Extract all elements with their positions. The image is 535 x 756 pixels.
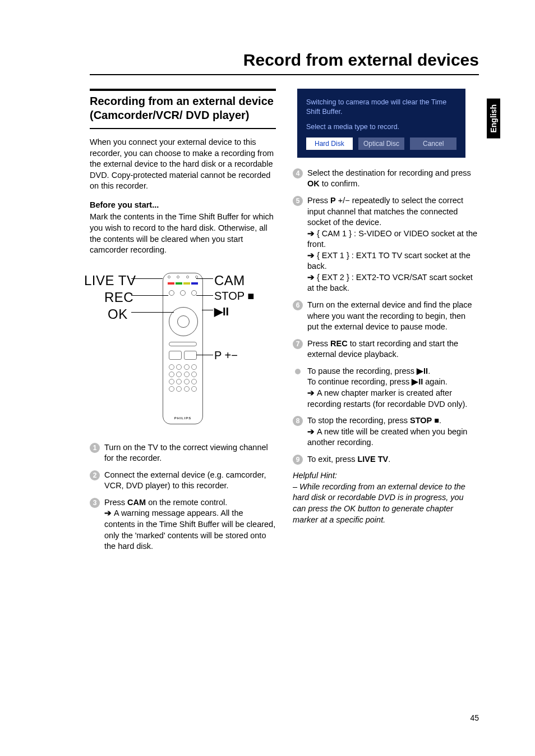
step-7: 7 Press REC to start recording and start… bbox=[293, 338, 479, 360]
arrow-icon: ➔ bbox=[307, 427, 315, 438]
step-1-text: Turn on the TV to the correct viewing ch… bbox=[104, 442, 276, 464]
label-stop: STOP ■ bbox=[214, 288, 254, 304]
step-6-text: Turn on the external device and find the… bbox=[307, 300, 479, 333]
left-column: Recording from an external device (Camco… bbox=[90, 89, 276, 558]
step-3-arrow-text: A warning message appears. All the conte… bbox=[104, 508, 275, 551]
barrow: A new chapter marker is created after re… bbox=[307, 388, 467, 409]
helpful-hint-body: – While recording from an external devic… bbox=[293, 482, 479, 525]
s8arrow: A new title will be created when you beg… bbox=[307, 427, 467, 447]
dialog-line-2: Select a media type to record. bbox=[306, 122, 456, 132]
language-tab: English bbox=[487, 99, 500, 139]
step-9-text: To exit, press LIVE TV. bbox=[307, 454, 390, 465]
s5p: P bbox=[330, 196, 336, 205]
step-4-text: Select the destination for recording and… bbox=[307, 168, 479, 190]
before-you-start-text: Mark the contents in the Time Shift Buff… bbox=[90, 212, 276, 255]
step-7-text: Press REC to start recording and start t… bbox=[307, 338, 479, 360]
step-number-icon: 1 bbox=[90, 443, 100, 453]
step-number-icon: 2 bbox=[90, 470, 100, 480]
remote-logo: PHILIPS bbox=[163, 416, 202, 420]
pause-bullet: To pause the recording, press ▶II. To co… bbox=[293, 366, 479, 410]
s7a: Press bbox=[307, 339, 330, 348]
page-number: 45 bbox=[470, 713, 479, 722]
arrow-icon: ➔ bbox=[307, 250, 315, 262]
before-you-start-label: Before you start... bbox=[90, 200, 276, 211]
label-playpause: ▶II bbox=[214, 304, 229, 319]
dialog-cancel-button[interactable]: Cancel bbox=[410, 138, 456, 150]
step-3-a: Press bbox=[104, 498, 127, 507]
step-2: 2 Connect the external device (e.g. camc… bbox=[90, 470, 276, 492]
bpp1: ▶II bbox=[417, 366, 428, 375]
s4b: to confirm. bbox=[320, 179, 360, 188]
warning-dialog: Switching to camera mode will clear the … bbox=[297, 89, 465, 158]
step-5: 5 Press P +/− repeatedly to select the c… bbox=[293, 195, 479, 294]
s5ext1: { EXT 1 } : EXT1 TO TV scart socket at t… bbox=[307, 251, 471, 271]
s5ext2: { EXT 2 } : EXT2-TO VCR/SAT scart socket… bbox=[307, 273, 473, 293]
step-number-icon: 8 bbox=[293, 416, 303, 426]
s5a: Press bbox=[307, 196, 330, 205]
step-6: 6 Turn on the external device and find t… bbox=[293, 300, 479, 333]
bullet-icon bbox=[295, 369, 301, 374]
bpp2: ▶II bbox=[412, 377, 423, 386]
arrow-icon: ➔ bbox=[307, 388, 315, 399]
label-rec: REC bbox=[104, 288, 133, 306]
step-number-icon: 4 bbox=[293, 168, 303, 178]
step-number-icon: 6 bbox=[293, 300, 303, 310]
s9live: LIVE TV bbox=[357, 455, 388, 464]
step-8: 8 To stop the recording, press STOP ■. ➔… bbox=[293, 415, 479, 448]
s8b: ■. bbox=[432, 416, 441, 425]
intro-paragraph: When you connect your external device to… bbox=[90, 137, 276, 192]
s9b: . bbox=[388, 455, 390, 464]
bb: . bbox=[428, 366, 430, 375]
step-1: 1 Turn on the TV to the correct viewing … bbox=[90, 442, 276, 464]
s5cam1: { CAM 1 } : S-VIDEO or VIDEO socket at t… bbox=[307, 229, 477, 249]
label-live-tv: LIVE TV bbox=[84, 272, 136, 290]
step-number-icon: 9 bbox=[293, 455, 303, 465]
remote-illustration: PHILIPS LIVE TV REC OK CAM STOP ■ ▶II P … bbox=[84, 264, 269, 432]
s8a: To stop the recording, press bbox=[307, 416, 410, 425]
ba: To pause the recording, press bbox=[307, 366, 417, 375]
s9a: To exit, press bbox=[307, 455, 357, 464]
step-8-text: To stop the recording, press STOP ■. ➔A … bbox=[307, 415, 479, 448]
label-ok: OK bbox=[108, 305, 128, 323]
step-4: 4 Select the destination for recording a… bbox=[293, 168, 479, 190]
step-9: 9 To exit, press LIVE TV. bbox=[293, 454, 479, 465]
s7rec: REC bbox=[330, 339, 348, 348]
step-number-icon: 7 bbox=[293, 339, 303, 349]
helpful-hint-heading: Helpful Hint: bbox=[293, 470, 479, 482]
label-p-plus-minus: P +− bbox=[214, 348, 238, 363]
bc: To continue recording, press bbox=[307, 377, 412, 386]
step-3-b: on the remote control. bbox=[146, 498, 227, 507]
step-2-text: Connect the external device (e.g. camcor… bbox=[104, 470, 276, 492]
arrow-icon: ➔ bbox=[104, 508, 112, 519]
s4ok: OK bbox=[307, 179, 320, 188]
bd: again. bbox=[423, 377, 448, 386]
dialog-hard-disk-button[interactable]: Hard Disk bbox=[306, 138, 353, 150]
label-cam: CAM bbox=[214, 272, 245, 290]
right-column: Switching to camera mode will clear the … bbox=[293, 89, 479, 558]
arrow-icon: ➔ bbox=[307, 228, 315, 240]
s4a: Select the destination for recording and… bbox=[307, 168, 471, 177]
pause-bullet-text: To pause the recording, press ▶II. To co… bbox=[307, 366, 479, 410]
step-3-cam: CAM bbox=[127, 498, 146, 507]
dialog-optical-disc-button[interactable]: Optical Disc bbox=[358, 138, 405, 150]
page-title: Record from external devices bbox=[90, 51, 479, 75]
step-3-text: Press CAM on the remote control. ➔A warn… bbox=[104, 497, 276, 552]
nav-ring-icon bbox=[169, 307, 198, 336]
step-3: 3 Press CAM on the remote control. ➔A wa… bbox=[90, 497, 276, 552]
dialog-line-1: Switching to camera mode will clear the … bbox=[306, 98, 456, 117]
step-number-icon: 3 bbox=[90, 498, 100, 508]
arrow-icon: ➔ bbox=[307, 272, 315, 283]
step-5-text: Press P +/− repeatedly to select the cor… bbox=[307, 195, 479, 294]
step-number-icon: 5 bbox=[293, 196, 303, 206]
s8stop: STOP bbox=[410, 416, 432, 425]
section-heading: Recording from an external device (Camco… bbox=[90, 89, 276, 129]
